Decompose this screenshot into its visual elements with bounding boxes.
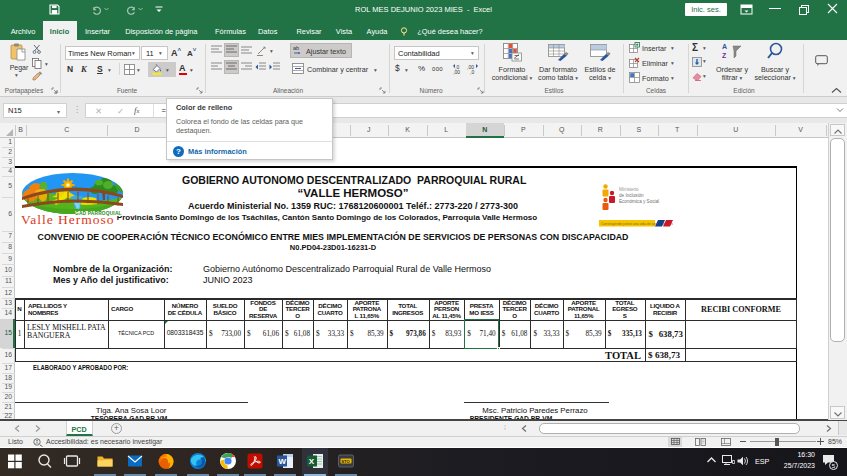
- svg-text:X: X: [309, 457, 315, 466]
- svg-text:Ministerio: Ministerio: [619, 187, 639, 192]
- svg-text:,0: ,0: [470, 69, 474, 75]
- svg-text:W: W: [279, 457, 287, 466]
- svg-text:ab: ab: [293, 45, 299, 51]
- svg-text:,00: ,00: [453, 69, 460, 75]
- svg-text:STO: STO: [341, 459, 350, 464]
- svg-text:Z: Z: [722, 52, 727, 59]
- svg-text:Económica y Social: Económica y Social: [619, 199, 659, 204]
- svg-text:de Inclusión: de Inclusión: [619, 193, 644, 198]
- svg-text:A: A: [722, 43, 727, 50]
